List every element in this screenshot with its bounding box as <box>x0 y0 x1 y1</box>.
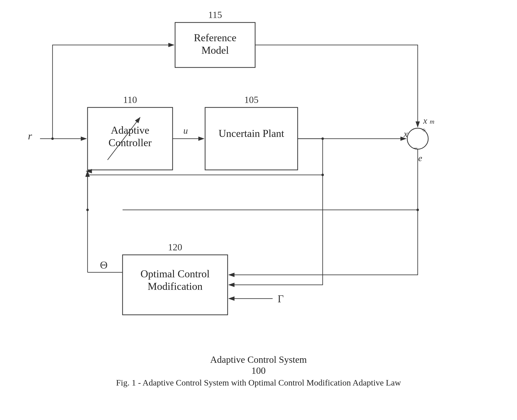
plant-out-branch-dot <box>321 137 324 140</box>
x-branch-dot2 <box>321 174 324 176</box>
gamma-label: Γ <box>278 293 284 305</box>
xm-label: x <box>423 116 427 126</box>
e-to-optimal-arrow <box>229 210 418 275</box>
reference-model-label: Reference <box>194 32 236 43</box>
minus-sign: − <box>413 143 418 153</box>
r-branch-dot <box>51 137 54 140</box>
optimal-control-label2: Modification <box>148 281 202 292</box>
diagram-title: Adaptive Control System <box>0 354 517 365</box>
diagram-number: 100 <box>0 365 517 376</box>
u-label: u <box>183 126 188 136</box>
caption-area: Adaptive Control System 100 Fig. 1 - Ada… <box>0 354 517 388</box>
diagram-figcaption: Fig. 1 - Adaptive Control System with Op… <box>0 378 517 388</box>
x-label: x <box>403 129 408 139</box>
plus-sign: + <box>422 126 426 134</box>
uncertain-plant-label1: Uncertain Plant <box>219 128 284 139</box>
adaptive-controller-label2: Controller <box>109 137 152 148</box>
e-branch-dot <box>416 209 419 211</box>
optimal-control-label1: Optimal Control <box>141 268 210 280</box>
feedback-branch-dot <box>86 209 89 211</box>
ref-model-number: 115 <box>208 9 222 20</box>
optimal-ctrl-number: 120 <box>168 242 182 252</box>
e-label: e <box>418 153 422 163</box>
r-label: r <box>28 130 32 142</box>
xm-subscript: m <box>430 118 434 125</box>
uncertain-plant-number: 105 <box>244 94 259 105</box>
adaptive-ctrl-number: 110 <box>123 94 137 105</box>
theta-label: Θ <box>100 259 108 271</box>
reference-model-label2: Model <box>201 44 229 56</box>
